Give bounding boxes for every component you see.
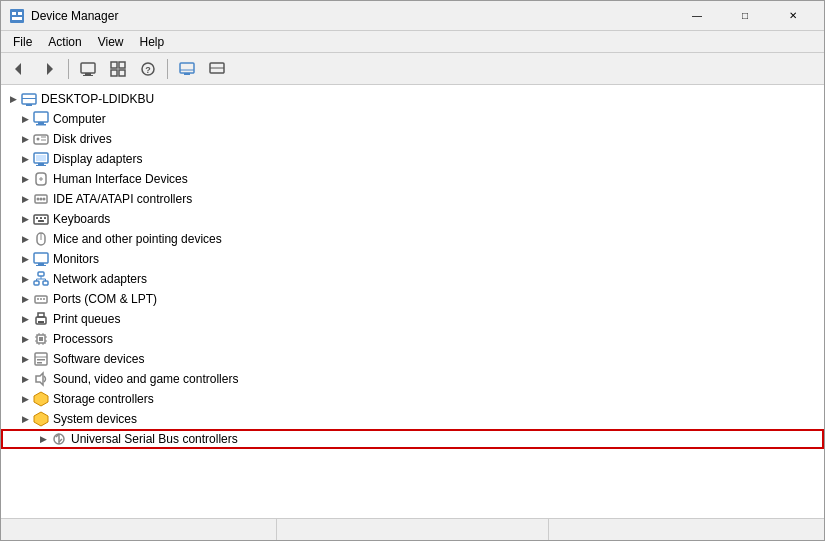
svg-rect-64 [38, 321, 44, 323]
list-item[interactable]: Computer [1, 109, 824, 129]
tree-root[interactable]: DESKTOP-LDIDKBU [1, 89, 824, 109]
svg-rect-21 [26, 104, 32, 106]
list-item[interactable]: Processors [1, 329, 824, 349]
svg-rect-53 [43, 281, 48, 285]
menu-file[interactable]: File [5, 33, 40, 51]
arrow-disk [17, 131, 33, 147]
list-item[interactable]: System devices [1, 409, 824, 429]
label-disk: Disk drives [53, 132, 112, 146]
window-title: Device Manager [31, 9, 674, 23]
svg-point-27 [37, 138, 40, 141]
list-item[interactable]: Print queues [1, 309, 824, 329]
list-item[interactable]: IDE ATA/ATAPI controllers [1, 189, 824, 209]
label-display: Display adapters [53, 152, 142, 166]
svg-rect-24 [38, 122, 44, 124]
label-network: Network adapters [53, 272, 147, 286]
label-ports: Ports (COM & LPT) [53, 292, 157, 306]
minimize-button[interactable]: — [674, 1, 720, 31]
list-item[interactable]: Sound, video and game controllers [1, 369, 824, 389]
list-item[interactable]: Human Interface Devices [1, 169, 824, 189]
svg-rect-2 [18, 12, 22, 15]
list-item[interactable]: Disk drives [1, 129, 824, 149]
list-item[interactable]: Network adapters [1, 269, 824, 289]
menu-view[interactable]: View [90, 33, 132, 51]
close-button[interactable]: ✕ [770, 1, 816, 31]
svg-rect-31 [38, 163, 44, 165]
svg-rect-15 [180, 63, 194, 73]
svg-rect-12 [119, 70, 125, 76]
svg-rect-16 [184, 73, 190, 75]
status-section-2 [277, 519, 549, 540]
label-ide: IDE ATA/ATAPI controllers [53, 192, 192, 206]
arrow-monitor [17, 251, 33, 267]
svg-rect-0 [10, 9, 24, 23]
tree-view[interactable]: DESKTOP-LDIDKBU Computer [1, 85, 824, 518]
icon-keyboard [33, 211, 49, 227]
toolbar-help[interactable]: ? [134, 56, 162, 82]
svg-rect-3 [12, 17, 22, 20]
menu-help[interactable]: Help [132, 33, 173, 51]
svg-rect-1 [12, 12, 16, 15]
svg-rect-6 [81, 63, 95, 73]
label-storage: Storage controllers [53, 392, 154, 406]
svg-marker-79 [36, 373, 43, 385]
svg-text:?: ? [145, 65, 151, 75]
svg-rect-22 [22, 98, 36, 99]
svg-rect-48 [34, 253, 48, 263]
back-button[interactable] [5, 56, 33, 82]
usb-row[interactable]: Universal Serial Bus controllers [1, 429, 824, 449]
root-arrow [5, 91, 21, 107]
svg-rect-41 [34, 215, 48, 224]
toolbar-sep-2 [167, 59, 168, 79]
toolbar-computer[interactable] [74, 56, 102, 82]
icon-display [33, 151, 49, 167]
svg-rect-10 [119, 62, 125, 68]
menu-action[interactable]: Action [40, 33, 89, 51]
svg-rect-50 [36, 265, 46, 266]
content-area: DESKTOP-LDIDKBU Computer [1, 85, 824, 518]
toolbar: ? [1, 53, 824, 85]
label-system: System devices [53, 412, 137, 426]
list-item[interactable]: Storage controllers [1, 389, 824, 409]
list-item[interactable]: Software devices [1, 349, 824, 369]
svg-rect-25 [36, 124, 46, 126]
svg-rect-7 [85, 73, 91, 75]
svg-point-39 [40, 198, 43, 201]
label-software: Software devices [53, 352, 144, 366]
list-item[interactable]: Ports (COM & LPT) [1, 289, 824, 309]
svg-rect-45 [38, 220, 44, 222]
svg-rect-66 [39, 337, 43, 341]
svg-rect-8 [83, 75, 93, 76]
list-item[interactable]: Keyboards [1, 209, 824, 229]
icon-monitor [33, 251, 49, 267]
list-item[interactable]: Display adapters [1, 149, 824, 169]
toolbar-sep-1 [68, 59, 69, 79]
icon-ports [33, 291, 49, 307]
label-keyboard: Keyboards [53, 212, 110, 226]
toolbar-grid[interactable] [104, 56, 132, 82]
svg-rect-49 [38, 263, 44, 265]
maximize-button[interactable]: □ [722, 1, 768, 31]
svg-rect-44 [44, 217, 46, 219]
list-item[interactable]: Monitors [1, 249, 824, 269]
icon-storage [33, 391, 49, 407]
arrow-mouse [17, 231, 33, 247]
svg-rect-63 [38, 313, 44, 317]
status-bar [1, 518, 824, 540]
icon-disk [33, 131, 49, 147]
list-item[interactable]: Mice and other pointing devices [1, 229, 824, 249]
arrow-display [17, 151, 33, 167]
arrow-usb [35, 431, 51, 447]
svg-point-38 [37, 198, 40, 201]
arrow-system [17, 411, 33, 427]
svg-rect-52 [34, 281, 39, 285]
icon-computer [33, 111, 49, 127]
icon-print [33, 311, 49, 327]
arrow-processors [17, 331, 33, 347]
toolbar-monitor[interactable] [173, 56, 201, 82]
svg-point-60 [40, 298, 42, 300]
forward-button[interactable] [35, 56, 63, 82]
status-section-1 [5, 519, 277, 540]
svg-rect-77 [37, 359, 45, 361]
toolbar-display-alt[interactable] [203, 56, 231, 82]
